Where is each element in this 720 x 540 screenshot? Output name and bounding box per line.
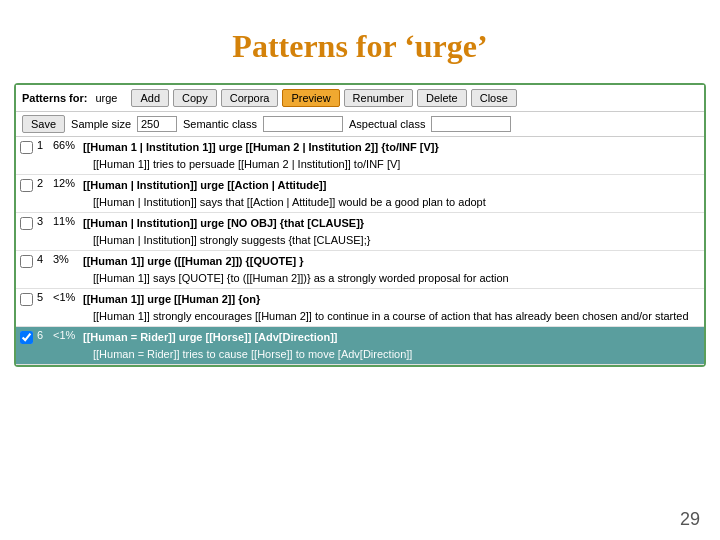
panel: Patterns for: urge Add Copy Corpora Prev… xyxy=(14,83,706,367)
sample-size-label: Sample size xyxy=(71,118,131,130)
semantic-class-input[interactable] xyxy=(263,116,343,132)
pattern-row[interactable]: 43%[[Human 1]] urge ([[Human 2]]) {[QUOT… xyxy=(16,251,704,289)
pattern-checkbox[interactable] xyxy=(20,293,33,306)
pattern-number: 3 xyxy=(37,215,53,227)
pattern-number: 6 xyxy=(37,329,53,341)
pattern-sub-text: [[Human 1]] says [QUOTE] {to ([[Human 2]… xyxy=(83,270,700,287)
close-button[interactable]: Close xyxy=(471,89,517,107)
pattern-main-text: [[Human | Institution]] urge [NO OBJ] {t… xyxy=(83,215,700,232)
corpora-button[interactable]: Corpora xyxy=(221,89,279,107)
page-title: Patterns for ‘urge’ xyxy=(0,0,720,83)
pattern-number: 4 xyxy=(37,253,53,265)
preview-button[interactable]: Preview xyxy=(282,89,339,107)
pattern-checkbox[interactable] xyxy=(20,179,33,192)
pattern-row[interactable]: 212%[[Human | Institution]] urge [[Actio… xyxy=(16,175,704,213)
pattern-content: [[Human 1]] urge ([[Human 2]]) {[QUOTE] … xyxy=(83,253,700,286)
pattern-content: [[Human | Institution]] urge [[Action | … xyxy=(83,177,700,210)
pattern-percent: 3% xyxy=(53,253,83,265)
aspectual-class-input[interactable] xyxy=(431,116,511,132)
pattern-number: 5 xyxy=(37,291,53,303)
pattern-main-text: [[Human 1]] urge ([[Human 2]]) {[QUOTE] … xyxy=(83,253,700,270)
pattern-main-text: [[Human 1]] urge [[Human 2]] {on} xyxy=(83,291,700,308)
pattern-list: 166%[[Human 1 | Institution 1]] urge [[H… xyxy=(16,137,704,365)
pattern-sub-text: [[Human | Institution]] strongly suggest… xyxy=(83,232,700,249)
pattern-sub-text: [[Human | Institution]] says that [[Acti… xyxy=(83,194,700,211)
pattern-number: 2 xyxy=(37,177,53,189)
sample-size-input[interactable] xyxy=(137,116,177,132)
pattern-percent: <1% xyxy=(53,329,83,341)
patterns-for-label: Patterns for: xyxy=(22,92,87,104)
copy-button[interactable]: Copy xyxy=(173,89,217,107)
pattern-row[interactable]: 311%[[Human | Institution]] urge [NO OBJ… xyxy=(16,213,704,251)
pattern-main-text: [[Human 1 | Institution 1]] urge [[Human… xyxy=(83,139,700,156)
pattern-row[interactable]: 5<1%[[Human 1]] urge [[Human 2]] {on}[[H… xyxy=(16,289,704,327)
pattern-percent: 66% xyxy=(53,139,83,151)
pattern-checkbox[interactable] xyxy=(20,141,33,154)
pattern-row[interactable]: 166%[[Human 1 | Institution 1]] urge [[H… xyxy=(16,137,704,175)
patterns-for-value: urge xyxy=(95,92,117,104)
pattern-percent: 11% xyxy=(53,215,83,227)
pattern-content: [[Human 1]] urge [[Human 2]] {on}[[Human… xyxy=(83,291,700,324)
pattern-checkbox[interactable] xyxy=(20,331,33,344)
pattern-checkbox[interactable] xyxy=(20,217,33,230)
panel-toolbar: Patterns for: urge Add Copy Corpora Prev… xyxy=(16,85,704,112)
pattern-main-text: [[Human = Rider]] urge [[Horse]] [Adv[Di… xyxy=(83,329,700,346)
pattern-sub-text: [[Human 1]] strongly encourages [[Human … xyxy=(83,308,700,325)
renumber-button[interactable]: Renumber xyxy=(344,89,413,107)
pattern-sub-text: [[Human = Rider]] tries to cause [[Horse… xyxy=(83,346,700,363)
pattern-number: 1 xyxy=(37,139,53,151)
pattern-content: [[Human | Institution]] urge [NO OBJ] {t… xyxy=(83,215,700,248)
pattern-row[interactable]: 6<1%[[Human = Rider]] urge [[Horse]] [Ad… xyxy=(16,327,704,365)
pattern-content: [[Human = Rider]] urge [[Horse]] [Adv[Di… xyxy=(83,329,700,362)
delete-button[interactable]: Delete xyxy=(417,89,467,107)
save-button[interactable]: Save xyxy=(22,115,65,133)
pattern-percent: <1% xyxy=(53,291,83,303)
page-number: 29 xyxy=(680,509,700,530)
pattern-main-text: [[Human | Institution]] urge [[Action | … xyxy=(83,177,700,194)
pattern-checkbox[interactable] xyxy=(20,255,33,268)
semantic-class-label: Semantic class xyxy=(183,118,257,130)
panel-options: Save Sample size Semantic class Aspectua… xyxy=(16,112,704,137)
pattern-percent: 12% xyxy=(53,177,83,189)
pattern-content: [[Human 1 | Institution 1]] urge [[Human… xyxy=(83,139,700,172)
aspectual-class-label: Aspectual class xyxy=(349,118,425,130)
add-button[interactable]: Add xyxy=(131,89,169,107)
pattern-sub-text: [[Human 1]] tries to persuade [[Human 2 … xyxy=(83,156,700,173)
